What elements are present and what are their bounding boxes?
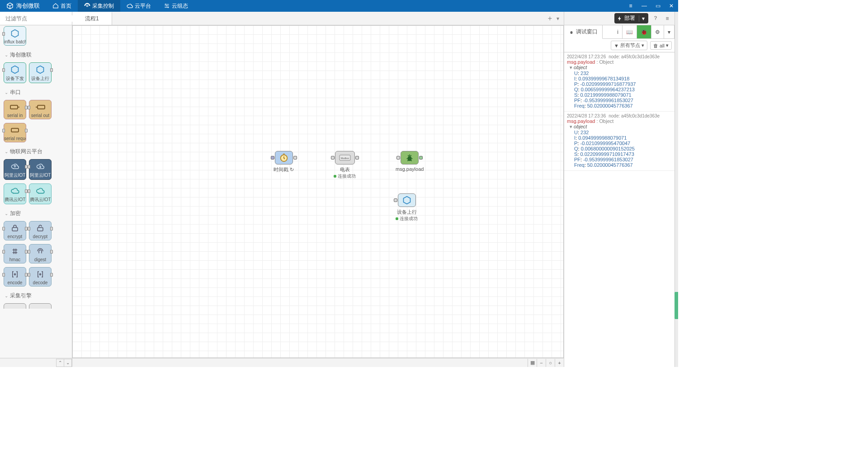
node-meter[interactable]: Modbus 电表 连接成功 — [334, 151, 356, 179]
cloud-icon — [35, 187, 45, 194]
minimize-button[interactable]: — — [637, 0, 651, 12]
close-button[interactable]: ✕ — [665, 0, 678, 12]
main-nav: 首页 采集控制 云平台 云组态 — [46, 0, 194, 12]
cloud-up-icon — [10, 162, 20, 170]
tile-tencent-1[interactable]: 腾讯云IOT — [4, 183, 26, 204]
node-debug[interactable]: msg.payload — [396, 151, 424, 172]
scada-icon — [164, 3, 170, 9]
nav-home[interactable]: 首页 — [46, 0, 78, 12]
nav-cloud-label: 云平台 — [135, 2, 151, 10]
add-tab-button[interactable]: + — [548, 14, 552, 23]
nav-collect[interactable]: 采集控制 — [78, 0, 120, 12]
debug-messages[interactable]: 2022/4/28 17:23:26node: a45fc0c3d1de363e… — [564, 52, 675, 367]
sidebar-tabs: 调试窗口 i 📖 🐞 ⚙ ▾ — [564, 25, 675, 39]
tile-aliyun-2[interactable]: 阿里云IOT — [29, 159, 52, 180]
tile-label: influx batch — [4, 39, 26, 44]
tab-debug[interactable]: 调试窗口 — [564, 25, 603, 39]
bug-icon — [405, 153, 415, 163]
nav-cloud[interactable]: 云平台 — [120, 0, 157, 12]
clear-debug[interactable]: 🗑 all ▾ — [650, 41, 672, 50]
serial-icon — [9, 127, 20, 134]
node-palette: influx batch 海创微联 设备下发 设备上行 串口 serial in… — [0, 12, 72, 367]
tab-context[interactable]: 📖 — [623, 25, 637, 38]
zoom-in[interactable]: + — [555, 359, 564, 367]
tab-info[interactable]: i — [613, 25, 623, 38]
tile-aliyun-1[interactable]: 阿里云IOT — [4, 159, 26, 180]
cat-serial[interactable]: 串口 — [0, 86, 72, 99]
edge-handle[interactable] — [675, 292, 678, 319]
svg-text:Modbus: Modbus — [341, 157, 349, 160]
tile-device-up[interactable]: 设备上行 — [29, 62, 52, 83]
logo-icon — [6, 2, 14, 9]
palette-search-input[interactable] — [5, 15, 73, 22]
maximize-button[interactable]: ▭ — [651, 0, 665, 12]
help-button[interactable]: ？ — [651, 14, 660, 23]
zoom-out[interactable]: − — [537, 359, 546, 367]
hexagon-icon — [35, 65, 45, 74]
deploy-button[interactable]: 部署 ▾ — [614, 13, 648, 24]
edge-strip — [675, 12, 678, 367]
tile-device-down[interactable]: 设备下发 — [4, 62, 26, 83]
cat-iot-cloud[interactable]: 物联网云平台 — [0, 145, 72, 158]
zoom-reset[interactable]: ○ — [546, 359, 555, 367]
tab-config[interactable]: ⚙ — [651, 25, 664, 38]
debug-message[interactable]: 2022/4/28 17:23:26node: a45fc0c3d1de363e… — [564, 52, 675, 112]
window-controls: ≡ — ▭ ✕ — [624, 0, 678, 12]
tile-decode[interactable]: decode — [29, 267, 52, 287]
hexagon-icon — [10, 65, 20, 74]
hash-icon — [10, 247, 20, 255]
palette-collapse-up[interactable]: ⌃ — [56, 359, 64, 367]
tile-encode[interactable]: encode — [4, 267, 26, 287]
cloud-icon — [10, 187, 20, 194]
tile-hidden-2[interactable] — [29, 303, 52, 309]
node-uplink[interactable]: 设备上行 连接成功 — [396, 193, 418, 222]
tab-more[interactable]: ▾ — [664, 25, 675, 38]
tile-hmac[interactable]: hmac — [4, 244, 26, 263]
view-navigator[interactable]: ▦ — [528, 359, 537, 367]
nav-collect-label: 采集控制 — [92, 2, 114, 10]
cat-hcwl[interactable]: 海创微联 — [0, 48, 72, 61]
palette-footer: ⌃ ⌄ — [0, 358, 72, 367]
bug-small-icon — [569, 29, 574, 35]
debug-message[interactable]: 2022/4/28 17:23:36node: a45fc0c3d1de363e… — [564, 112, 675, 171]
tile-decrypt[interactable]: decrypt — [29, 221, 52, 240]
flow-canvas[interactable]: 时间戳 ↻ Modbus 电表 连接成功 msg.payload — [72, 25, 564, 358]
tile-serial-request[interactable]: serial reque — [4, 123, 26, 142]
svg-rect-5 — [10, 105, 18, 109]
tab-flow1[interactable]: 流程1 — [72, 12, 112, 25]
topbar: 海创微联 首页 采集控制 云平台 云组态 ≡ — ▭ ✕ — [0, 0, 678, 12]
hamburger-button[interactable]: ≡ — [624, 0, 637, 12]
flow-wires — [72, 25, 208, 93]
node-uplink-status: 连接成功 — [400, 216, 418, 222]
serial-icon — [9, 103, 20, 111]
tile-digest[interactable]: digest — [29, 244, 52, 263]
svg-point-0 — [86, 5, 88, 7]
modbus-icon: Modbus — [339, 153, 351, 162]
svg-point-2 — [166, 5, 167, 6]
cat-encrypt[interactable]: 加密 — [0, 207, 72, 220]
nav-scada[interactable]: 云组态 — [157, 0, 194, 12]
brackets-icon — [35, 270, 45, 278]
filter-nodes[interactable]: ▼ 所有节点 ▾ — [611, 41, 647, 50]
lock-icon — [10, 224, 20, 232]
hexagon-icon — [402, 196, 412, 205]
svg-point-11 — [40, 274, 41, 275]
tabs-menu-button[interactable]: ▾ — [557, 15, 559, 22]
menu-button[interactable]: ≡ — [663, 14, 672, 23]
tile-serial-in[interactable]: serial in — [4, 100, 26, 119]
cloud-down-icon — [35, 162, 45, 170]
tile-hidden-1[interactable] — [4, 303, 26, 309]
palette-collapse-down[interactable]: ⌄ — [64, 359, 72, 367]
tile-encrypt[interactable]: encrypt — [4, 221, 26, 240]
home-icon — [52, 3, 59, 9]
node-timer[interactable]: 时间戳 ↻ — [274, 151, 294, 173]
tile-influx-batch[interactable]: influx batch — [4, 26, 26, 46]
workspace: 流程1 + ▾ 时间戳 ↻ — [72, 12, 564, 367]
deploy-dropdown[interactable]: ▾ — [639, 15, 645, 22]
tab-debug-icon[interactable]: 🐞 — [637, 25, 651, 38]
cat-engine[interactable]: 采集引擎 — [0, 289, 72, 302]
tile-tencent-2[interactable]: 腾讯云IOT — [29, 183, 52, 204]
node-debug-label: msg.payload — [396, 166, 424, 172]
collect-icon — [84, 3, 90, 9]
tile-serial-out[interactable]: serial out — [29, 100, 52, 119]
